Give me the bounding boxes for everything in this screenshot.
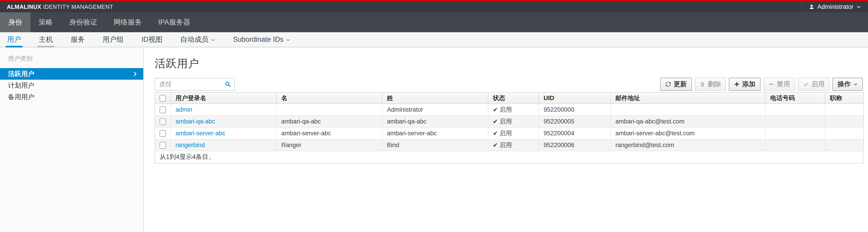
- cell-email: [611, 104, 766, 116]
- search-button[interactable]: [221, 78, 234, 90]
- controls-row: 更新 删除 添加 禁用 启用 操作: [155, 78, 863, 91]
- button-label: 更新: [674, 80, 687, 89]
- sidebar-item-stage-users[interactable]: 计划用户: [0, 80, 143, 91]
- subnav-tab-subordinate-ids[interactable]: Subordinate IDs: [233, 32, 290, 47]
- search-box: [155, 78, 235, 90]
- add-button[interactable]: 添加: [729, 78, 761, 91]
- cell-email: ambari-server-abc@test.com: [611, 127, 766, 139]
- brand-subtitle: IDENTITY MANAGEMENT: [43, 4, 113, 10]
- cell-phone: [766, 127, 825, 139]
- table-row: ambari-qa-abc ambari-qa-abc ambari-qa-ab…: [155, 116, 864, 127]
- subnav-tab-label: Subordinate IDs: [233, 35, 283, 44]
- column-header-uid: UID: [539, 92, 611, 104]
- cell-first-name: [276, 104, 382, 116]
- cell-job-title: [825, 104, 864, 116]
- active-tab-indicator: [6, 46, 23, 47]
- button-label: 操作: [838, 80, 851, 89]
- toolbar: 更新 删除 添加 禁用 启用 操作: [660, 78, 863, 91]
- user-menu[interactable]: Administrator: [802, 1, 868, 12]
- cell-status: ✔启用: [488, 116, 539, 127]
- users-table: 用户登录名 名 姓 状态 UID 邮件地址 电话号码 职称 admin Admi…: [155, 92, 864, 151]
- column-header-email: 邮件地址: [611, 92, 766, 104]
- row-checkbox[interactable]: [160, 107, 166, 113]
- top-bar: ALMALINUX IDENTITY MANAGEMENT Administra…: [0, 1, 868, 12]
- subnav-tab-id-views[interactable]: ID视图: [142, 32, 162, 47]
- column-header-login: 用户登录名: [171, 92, 276, 104]
- button-label: 启用: [811, 80, 825, 89]
- column-header-last-name: 姓: [382, 92, 488, 104]
- secondary-nav: 用户 主机 服务 用户组 ID视图 自动成员 Subordinate IDs: [0, 32, 868, 47]
- button-label: 禁用: [777, 80, 790, 89]
- subnav-tab-user-groups[interactable]: 用户组: [102, 32, 124, 47]
- cell-job-title: [825, 127, 864, 139]
- nav-tab-network-services[interactable]: 网络服务: [105, 12, 150, 32]
- cell-uid: 952200000: [539, 104, 611, 116]
- subnav-tab-label: 自动成员: [180, 35, 209, 44]
- select-all-checkbox[interactable]: [160, 95, 166, 102]
- cell-last-name: ambari-qa-abc: [382, 116, 488, 127]
- refresh-button[interactable]: 更新: [660, 78, 692, 91]
- cell-last-name: ambari-server-abc: [382, 127, 488, 139]
- nav-tab-ipa-server[interactable]: IPA服务器: [150, 12, 198, 32]
- nav-tab-policy[interactable]: 策略: [30, 12, 61, 32]
- nav-tab-label: IPA服务器: [158, 17, 190, 27]
- nav-tab-label: 身份验证: [69, 17, 97, 27]
- cell-phone: [766, 139, 825, 151]
- sidebar-item-active-users[interactable]: 活跃用户: [0, 68, 143, 80]
- cell-status: ✔启用: [488, 104, 539, 116]
- column-header-phone: 电话号码: [766, 92, 825, 104]
- chevron-down-icon: [211, 38, 215, 42]
- nav-tab-identity[interactable]: 身份: [0, 12, 30, 32]
- check-icon: ✔: [493, 130, 498, 137]
- main-content: 活跃用户 更新 删除 添加 禁用: [144, 48, 868, 232]
- disable-button[interactable]: 禁用: [764, 78, 795, 91]
- cell-status: ✔启用: [488, 139, 539, 151]
- user-login-link[interactable]: ambari-qa-abc: [176, 118, 215, 125]
- cell-job-title: [825, 116, 864, 127]
- nav-tab-authentication[interactable]: 身份验证: [61, 12, 105, 32]
- brand-logo: ALMALINUX IDENTITY MANAGEMENT: [0, 4, 113, 10]
- subnav-tab-label: 用户: [7, 35, 21, 44]
- row-checkbox[interactable]: [160, 142, 166, 149]
- search-icon: [225, 81, 231, 87]
- subnav-tab-hosts[interactable]: 主机: [39, 32, 53, 47]
- enable-button[interactable]: 启用: [798, 78, 830, 91]
- subnav-tab-automember[interactable]: 自动成员: [180, 32, 215, 47]
- subnav-tab-users[interactable]: 用户: [7, 32, 21, 47]
- sidebar: 用户类别 活跃用户 计划用户 备用用户: [0, 48, 144, 232]
- user-login-link[interactable]: ambari-server-abc: [176, 130, 225, 137]
- column-header-job-title: 职称: [825, 92, 864, 104]
- sidebar-item-label: 活跃用户: [8, 70, 34, 79]
- table-header-row: 用户登录名 名 姓 状态 UID 邮件地址 电话号码 职称: [155, 92, 864, 104]
- plus-icon: [734, 81, 740, 87]
- user-icon: [809, 4, 814, 10]
- subnav-tab-label: ID视图: [142, 35, 162, 44]
- nav-tab-label: 网络服务: [114, 17, 142, 27]
- primary-nav: 身份 策略 身份验证 网络服务 IPA服务器: [0, 12, 868, 32]
- subnav-tab-services[interactable]: 服务: [71, 32, 85, 47]
- row-checkbox[interactable]: [160, 118, 166, 125]
- cell-first-name: Ranger: [276, 139, 382, 151]
- caret-down-icon: [853, 82, 858, 86]
- cell-email: ambari-qa-abc@test.com: [611, 116, 766, 127]
- user-login-link[interactable]: admin: [176, 106, 192, 113]
- cell-uid: 952200006: [539, 139, 611, 151]
- cell-phone: [766, 104, 825, 116]
- delete-button[interactable]: 删除: [695, 78, 726, 91]
- refresh-icon: [665, 81, 671, 87]
- hover-tab-indicator: [37, 46, 54, 47]
- row-checkbox[interactable]: [160, 130, 166, 137]
- user-login-link[interactable]: rangerbind: [176, 142, 205, 149]
- search-input[interactable]: [155, 78, 221, 90]
- subnav-tab-label: 服务: [71, 35, 85, 44]
- chevron-down-icon: [856, 4, 861, 9]
- subnav-tab-label: 用户组: [102, 35, 124, 44]
- cell-first-name: ambari-server-abc: [276, 127, 382, 139]
- cell-phone: [766, 116, 825, 127]
- cell-first-name: ambari-qa-abc: [276, 116, 382, 127]
- actions-button[interactable]: 操作: [833, 78, 863, 91]
- page-title: 活跃用户: [155, 56, 863, 71]
- chevron-right-icon: [132, 71, 138, 77]
- sidebar-item-preserved-users[interactable]: 备用用户: [0, 91, 143, 103]
- user-name: Administrator: [817, 3, 854, 10]
